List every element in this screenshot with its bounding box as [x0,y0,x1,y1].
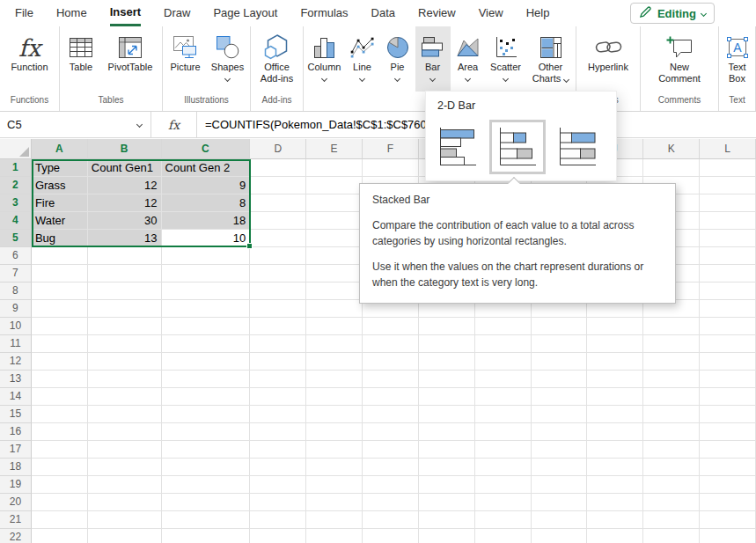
cell-j20[interactable] [587,494,643,511]
cell-c1[interactable]: Count Gen 2 [162,159,251,177]
cell-i13[interactable] [532,371,588,388]
cell-l9[interactable] [700,300,756,318]
column-header-l[interactable]: L [700,139,756,159]
cell-b3[interactable]: 12 [88,194,162,212]
cell-k19[interactable] [643,476,700,494]
cell-c10[interactable] [162,318,251,335]
row-header-16[interactable]: 16 [0,423,32,441]
cell-c8[interactable] [162,283,251,300]
cell-g13[interactable] [419,371,475,388]
cell-j16[interactable] [587,423,643,441]
cell-l15[interactable] [700,406,756,423]
cell-c9[interactable] [162,300,251,318]
cell-d21[interactable] [250,511,306,529]
cell-c2[interactable]: 9 [162,177,251,194]
row-header-1[interactable]: 1 [0,159,32,177]
cell-a12[interactable] [32,353,88,371]
cell-f22[interactable] [363,529,419,543]
cell-b8[interactable] [88,283,162,300]
cell-d2[interactable] [250,177,306,194]
cell-b15[interactable] [88,406,162,423]
cell-f16[interactable] [363,423,419,441]
cell-l10[interactable] [700,318,756,335]
cell-a15[interactable] [32,406,88,423]
cell-c21[interactable] [162,511,251,529]
cell-l20[interactable] [700,494,756,511]
cell-l17[interactable] [700,441,756,459]
row-header-9[interactable]: 9 [0,300,32,318]
cell-f19[interactable] [363,476,419,494]
cell-h16[interactable] [475,423,532,441]
cell-c15[interactable] [162,406,251,423]
cell-h10[interactable] [475,318,532,335]
cell-h13[interactable] [475,371,532,388]
cell-a22[interactable] [32,529,88,543]
cell-j10[interactable] [587,318,643,335]
cell-a7[interactable] [32,265,88,283]
cell-h22[interactable] [475,529,532,543]
row-header-19[interactable]: 19 [0,476,32,494]
cell-j21[interactable] [587,511,643,529]
cell-g18[interactable] [419,459,475,476]
cell-i12[interactable] [532,353,588,371]
cell-l3[interactable] [700,194,756,212]
column-header-b[interactable]: B [88,139,162,159]
cell-f11[interactable] [363,335,419,353]
cell-g21[interactable] [419,511,475,529]
text-box-button[interactable]: ATextBox [720,26,755,92]
cell-j19[interactable] [587,476,643,494]
cell-c12[interactable] [162,353,251,371]
select-all-corner[interactable] [0,139,32,159]
cell-b6[interactable] [88,247,162,265]
cell-j17[interactable] [587,441,643,459]
cell-l16[interactable] [700,423,756,441]
row-header-2[interactable]: 2 [0,177,32,194]
cell-d1[interactable] [250,159,306,177]
cell-h14[interactable] [475,388,532,406]
cell-k16[interactable] [643,423,700,441]
cell-e5[interactable] [306,230,363,247]
cell-l14[interactable] [700,388,756,406]
row-header-10[interactable]: 10 [0,318,32,335]
cell-f13[interactable] [363,371,419,388]
cell-c11[interactable] [162,335,251,353]
cell-b10[interactable] [88,318,162,335]
cell-c13[interactable] [162,371,251,388]
row-header-4[interactable]: 4 [0,212,32,230]
cell-a3[interactable]: Fire [32,194,88,212]
pivottable-button[interactable]: PivotTable [100,26,160,92]
column-header-c[interactable]: C [162,139,251,159]
cell-i17[interactable] [532,441,588,459]
row-header-18[interactable]: 18 [0,459,32,476]
cell-k17[interactable] [643,441,700,459]
cell-a10[interactable] [32,318,88,335]
cell-g17[interactable] [419,441,475,459]
table-button[interactable]: Table [62,26,100,92]
cell-c17[interactable] [162,441,251,459]
cell-l22[interactable] [700,529,756,543]
cell-g15[interactable] [419,406,475,423]
cell-i14[interactable] [532,388,588,406]
cell-i20[interactable] [532,494,588,511]
cell-b9[interactable] [88,300,162,318]
column-header-a[interactable]: A [32,139,88,159]
tab-home[interactable]: Home [56,0,87,26]
cell-f18[interactable] [363,459,419,476]
cell-f17[interactable] [363,441,419,459]
cell-i18[interactable] [532,459,588,476]
cell-e8[interactable] [306,283,363,300]
cell-b16[interactable] [88,423,162,441]
cell-h17[interactable] [475,441,532,459]
cell-d13[interactable] [250,371,306,388]
cell-d8[interactable] [250,283,306,300]
cell-e9[interactable] [306,300,363,318]
cell-k21[interactable] [643,511,700,529]
function-button[interactable]: fxFunction [5,26,55,92]
cell-g20[interactable] [419,494,475,511]
cell-f12[interactable] [363,353,419,371]
cell-b5[interactable]: 13 [88,230,162,247]
cell-l1[interactable] [700,159,756,177]
cell-d15[interactable] [250,406,306,423]
tab-insert[interactable]: Insert [110,0,141,26]
cell-a4[interactable]: Water [32,212,88,230]
